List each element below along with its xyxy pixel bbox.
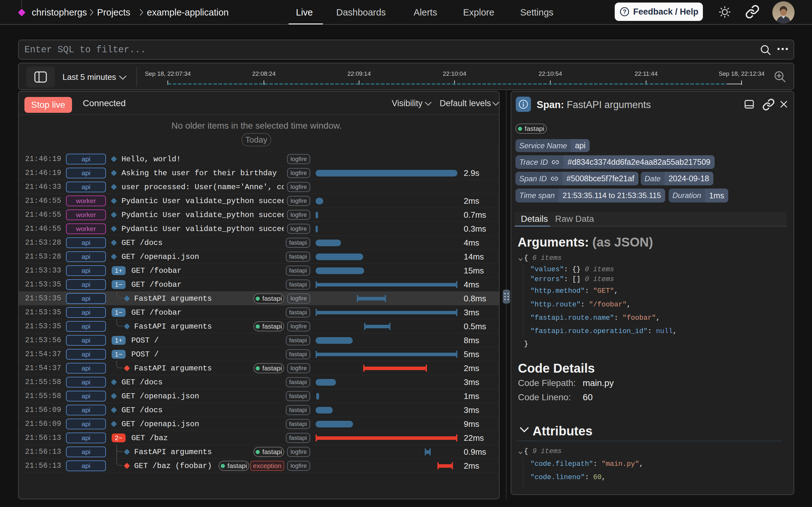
svg-text:?: ? — [623, 8, 626, 15]
